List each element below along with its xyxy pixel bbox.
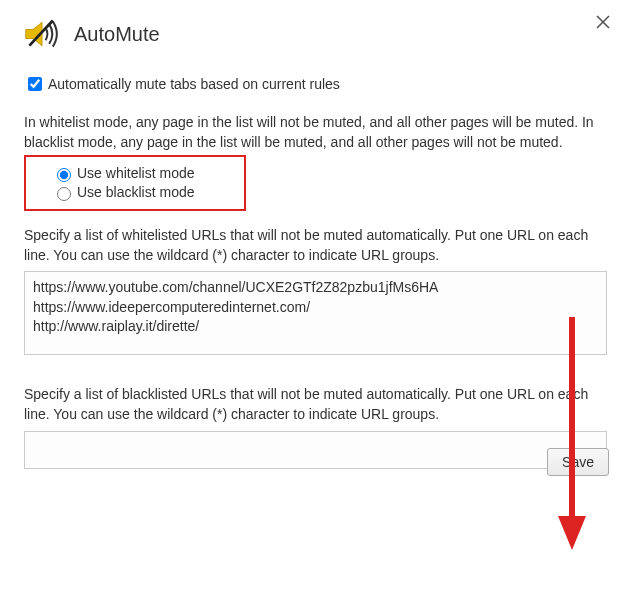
close-button[interactable] <box>591 14 615 38</box>
mode-description: In whitelist mode, any page in the list … <box>24 112 607 153</box>
auto-mute-checkbox[interactable] <box>28 77 42 91</box>
svg-marker-4 <box>558 516 586 550</box>
app-title: AutoMute <box>74 23 160 46</box>
blacklist-mode-radio[interactable] <box>57 187 71 201</box>
auto-mute-label: Automatically mute tabs based on current… <box>48 76 340 92</box>
close-icon <box>595 14 611 30</box>
blacklist-description: Specify a list of blacklisted URLs that … <box>24 384 607 425</box>
mode-selection-group: Use whitelist mode Use blacklist mode <box>24 155 246 211</box>
save-button[interactable]: Save <box>547 448 609 476</box>
whitelist-mode-radio[interactable] <box>57 168 71 182</box>
whitelist-textarea[interactable] <box>24 271 607 355</box>
dialog-header: AutoMute <box>24 18 607 50</box>
whitelist-description: Specify a list of whitelisted URLs that … <box>24 225 607 266</box>
whitelist-mode-label: Use whitelist mode <box>77 165 195 181</box>
automute-icon <box>24 18 60 50</box>
blacklist-textarea[interactable] <box>24 431 607 469</box>
blacklist-mode-label: Use blacklist mode <box>77 184 195 200</box>
